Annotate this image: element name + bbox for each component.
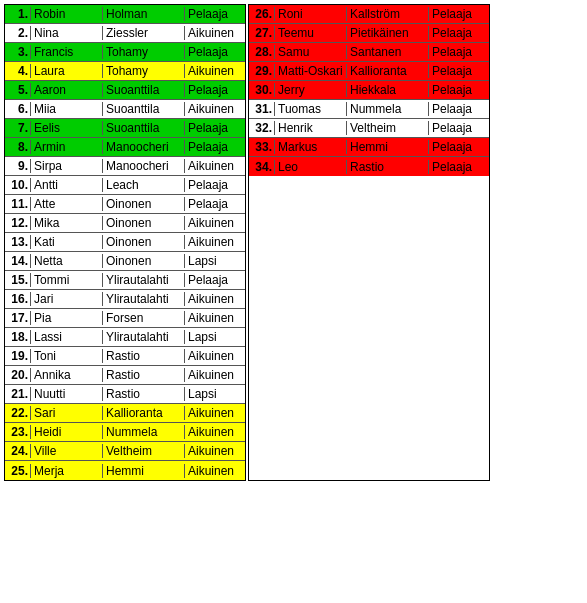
row-number: 34. [249,160,275,174]
first-name: Nina [31,26,103,40]
last-name: Ylirautalahti [103,330,185,344]
row-number: 13. [5,235,31,249]
table-row: 1.RobinHolmanPelaaja [5,5,245,24]
role-label: Pelaaja [185,197,245,211]
row-number: 28. [249,45,275,59]
last-name: Hiekkala [347,83,429,97]
role-label: Pelaaja [185,121,245,135]
first-name: Sirpa [31,159,103,173]
row-number: 23. [5,425,31,439]
row-number: 16. [5,292,31,306]
role-label: Aikuinen [185,292,245,306]
role-label: Aikuinen [185,464,245,478]
role-label: Pelaaja [429,7,489,21]
row-number: 27. [249,26,275,40]
last-name: Oinonen [103,235,185,249]
table-row: 10.AnttiLeachPelaaja [5,176,245,195]
row-number: 5. [5,83,31,97]
role-label: Pelaaja [185,140,245,154]
role-label: Aikuinen [185,349,245,363]
first-name: Samu [275,45,347,59]
row-number: 21. [5,387,31,401]
table-row: 5.AaronSuoanttilaPelaaja [5,81,245,100]
row-number: 12. [5,216,31,230]
row-number: 1. [5,7,31,21]
first-name: Annika [31,368,103,382]
first-name: Francis [31,45,103,59]
table-row: 17.PiaForsenAikuinen [5,309,245,328]
role-label: Pelaaja [429,64,489,78]
table-row: 16.JariYlirautalahtiAikuinen [5,290,245,309]
row-number: 14. [5,254,31,268]
last-name: Rastio [103,349,185,363]
table-row: 30.JerryHiekkalaPelaaja [249,81,489,100]
role-label: Aikuinen [185,159,245,173]
last-name: Hemmi [347,140,429,154]
role-label: Lapsi [185,330,245,344]
role-label: Aikuinen [185,311,245,325]
first-name: Jari [31,292,103,306]
table-row: 33.MarkusHemmiPelaaja [249,138,489,157]
table-row: 20.AnnikaRastioAikuinen [5,366,245,385]
last-name: Veltheim [103,444,185,458]
last-name: Veltheim [347,121,429,135]
row-number: 31. [249,102,275,116]
first-name: Sari [31,406,103,420]
table-row: 22.SariKalliorantaAikuinen [5,404,245,423]
first-name: Antti [31,178,103,192]
table-row: 4.LauraTohamyAikuinen [5,62,245,81]
last-name: Oinonen [103,254,185,268]
table-row: 24.VilleVeltheimAikuinen [5,442,245,461]
role-label: Pelaaja [185,83,245,97]
first-name: Tommi [31,273,103,287]
first-name: Aaron [31,83,103,97]
first-name: Eelis [31,121,103,135]
last-name: Nummela [103,425,185,439]
row-number: 7. [5,121,31,135]
last-name: Kallioranta [347,64,429,78]
table-row: 32.HenrikVeltheimPelaaja [249,119,489,138]
table-row: 27.TeemuPietikäinenPelaaja [249,24,489,43]
table-row: 13.KatiOinonenAikuinen [5,233,245,252]
last-name: Oinonen [103,216,185,230]
last-name: Forsen [103,311,185,325]
last-name: Oinonen [103,197,185,211]
table-row: 15.TommiYlirautalahtiPelaaja [5,271,245,290]
first-name: Matti-Oskari [275,64,347,78]
table-row: 21.NuuttiRastioLapsi [5,385,245,404]
role-label: Pelaaja [429,121,489,135]
role-label: Pelaaja [185,273,245,287]
first-name: Pia [31,311,103,325]
role-label: Aikuinen [185,26,245,40]
row-number: 25. [5,464,31,478]
role-label: Pelaaja [185,7,245,21]
role-label: Pelaaja [185,45,245,59]
table-row: 34.LeoRastioPelaaja [249,157,489,176]
last-name: Ziessler [103,26,185,40]
row-number: 26. [249,7,275,21]
first-name: Leo [275,160,347,174]
table-row: 31.TuomasNummelaPelaaja [249,100,489,119]
first-name: Ville [31,444,103,458]
first-name: Lassi [31,330,103,344]
last-name: Ylirautalahti [103,273,185,287]
last-name: Suoanttila [103,83,185,97]
first-name: Henrik [275,121,347,135]
last-name: Hemmi [103,464,185,478]
last-name: Leach [103,178,185,192]
last-name: Santanen [347,45,429,59]
table-row: 12.MikaOinonenAikuinen [5,214,245,233]
role-label: Aikuinen [185,444,245,458]
last-name: Tohamy [103,64,185,78]
role-label: Aikuinen [185,102,245,116]
first-name: Teemu [275,26,347,40]
row-number: 22. [5,406,31,420]
row-number: 10. [5,178,31,192]
role-label: Lapsi [185,387,245,401]
last-name: Ylirautalahti [103,292,185,306]
first-name: Jerry [275,83,347,97]
role-label: Pelaaja [429,140,489,154]
row-number: 33. [249,140,275,154]
row-number: 19. [5,349,31,363]
table-row: 23.HeidiNummelaAikuinen [5,423,245,442]
